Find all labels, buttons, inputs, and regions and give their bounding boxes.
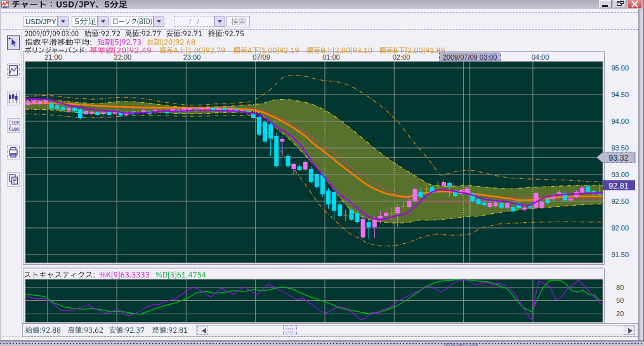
svg-text:22:00: 22:00 [114, 53, 132, 61]
svg-text:02:00: 02:00 [393, 53, 411, 61]
svg-text:50: 50 [616, 296, 624, 304]
svg-text:80: 80 [616, 284, 624, 291]
svg-text:95.00: 95.00 [611, 64, 629, 72]
svg-text:93.00: 93.00 [611, 171, 629, 178]
svg-text:115: 115 [11, 121, 18, 125]
svg-text:92.50: 92.50 [611, 197, 629, 205]
svg-text:100: 100 [11, 127, 19, 131]
svg-text:93.32: 93.32 [608, 154, 628, 163]
svg-text:93.50: 93.50 [611, 144, 629, 152]
svg-text:92.81: 92.81 [608, 182, 628, 190]
svg-text:01:00: 01:00 [322, 53, 340, 61]
svg-text:21:00: 21:00 [44, 53, 62, 61]
svg-text:07/09: 07/09 [253, 53, 270, 61]
svg-text:91.50: 91.50 [611, 251, 629, 258]
svg-text:94.00: 94.00 [611, 117, 629, 125]
svg-text:94.50: 94.50 [611, 91, 629, 98]
svg-text:04:00: 04:00 [532, 53, 549, 61]
svg-text:92.00: 92.00 [611, 224, 629, 232]
svg-text:23:00: 23:00 [183, 53, 201, 61]
svg-text:2009/07/09 03:00: 2009/07/09 03:00 [443, 53, 497, 61]
svg-text:20: 20 [616, 310, 624, 317]
